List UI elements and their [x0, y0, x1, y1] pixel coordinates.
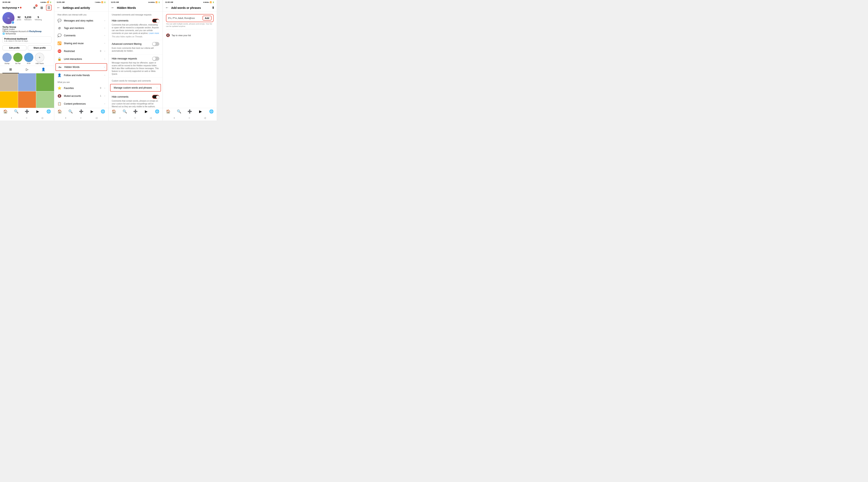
highlight-pyp[interactable]: PYP: [24, 53, 33, 64]
settings-content-prefs[interactable]: 📋 Content preferences ›: [54, 100, 108, 108]
following-stat[interactable]: 5 following: [35, 16, 42, 21]
highlight-dump[interactable]: Dump: [2, 53, 12, 64]
settings-comments[interactable]: 💭 Comments ›: [54, 32, 108, 39]
words-input-field[interactable]: [168, 17, 201, 19]
chevron-icon[interactable]: ▾: [18, 6, 19, 9]
nav-reels-4[interactable]: ▶: [195, 109, 206, 114]
mute-list-icon: 🔇: [166, 33, 170, 37]
android-circle-4[interactable]: ○: [188, 117, 190, 119]
settings-muted[interactable]: 🔇 Muted accounts 1 ›: [54, 92, 108, 100]
android-back-3[interactable]: ◁: [150, 117, 152, 119]
pro-dashboard[interactable]: Professional dashboard 1.4L views in the…: [2, 36, 52, 43]
share-icon-button[interactable]: ⬆: [212, 6, 214, 10]
advanced-filter-toggle[interactable]: [152, 42, 159, 46]
nav-add-3[interactable]: ➕: [130, 109, 141, 114]
settings-follow[interactable]: 👤 Follow and invite friends ›: [54, 71, 108, 79]
settings-tags[interactable]: @ Tags and mentions ›: [54, 25, 108, 32]
hw-hide-comments: Hide comments Comments that are potentia…: [108, 17, 162, 40]
post-6[interactable]: [36, 91, 54, 108]
post-1[interactable]: [0, 73, 18, 91]
posts-stat[interactable]: 92 posts: [17, 16, 21, 21]
highlights-row: Dump So Far PYP + Add Yours: [0, 52, 54, 66]
android-back-4[interactable]: ◁: [204, 117, 206, 119]
profile-actions: Edit profile Share profile: [0, 44, 54, 52]
nav-home-1[interactable]: 🏠: [0, 109, 11, 114]
tab-grid[interactable]: ⊞: [2, 66, 19, 73]
nav-add-2[interactable]: ➕: [76, 109, 87, 114]
menu-button[interactable]: ☰ ↑: [46, 5, 52, 10]
nav-search-1[interactable]: 🔍: [11, 109, 22, 114]
android-nav-1: ▪ ○ ◁: [0, 116, 54, 121]
profile-bio: Techy Snoop Digital creator Official Ins…: [0, 25, 54, 36]
android-back-1[interactable]: ◁: [41, 117, 43, 119]
share-profile-button[interactable]: Share profile: [28, 45, 52, 51]
settings-favorites[interactable]: ⭐ Favorites 0 ›: [54, 84, 108, 92]
android-square-3[interactable]: ▪: [120, 117, 120, 119]
tab-reels[interactable]: ▷: [19, 66, 35, 73]
android-square-2[interactable]: ▪: [65, 117, 66, 119]
highlight-sofar[interactable]: So Far: [13, 53, 23, 64]
tab-tagged[interactable]: 👤: [35, 66, 52, 73]
hw-hide-messages-row: Hide message requests: [112, 57, 159, 61]
android-circle-3[interactable]: ○: [134, 117, 135, 119]
post-2[interactable]: [18, 73, 36, 91]
nav-home-4[interactable]: 🏠: [163, 109, 174, 114]
profile-screen: 10:33 AM 8.6KB/s 📶 🔋 techysnoop ▾ ⊕ 9+ ⊞…: [0, 0, 54, 121]
bottom-nav-2: 🏠 🔍 ➕ ▶ 🌐: [54, 108, 108, 116]
manage-custom-words[interactable]: Manage custom words and phrases ›: [110, 84, 161, 92]
hide-messages-toggle[interactable]: [152, 57, 159, 61]
settings-hidden-words[interactable]: Aa Hidden Words ›: [56, 63, 107, 71]
nav-add-1[interactable]: ➕: [22, 109, 33, 114]
post-4[interactable]: [0, 91, 18, 108]
android-square-1[interactable]: ▪: [11, 117, 12, 119]
back-arrow-3[interactable]: ←: [111, 6, 115, 10]
hide-comments-toggle[interactable]: [152, 19, 159, 23]
settings-limit[interactable]: 🔒 Limit interactions ›: [54, 55, 108, 63]
hidden-words-title: Hidden Words: [117, 6, 136, 9]
settings-restricted[interactable]: ⛔ Restricted 0 ›: [54, 47, 108, 55]
back-arrow-2[interactable]: ←: [57, 6, 60, 10]
status-icons-2: 7.3KB/s 📶 🔋: [95, 1, 106, 3]
settings-messages[interactable]: 💬 Messages and story replies ›: [54, 17, 108, 25]
post-3[interactable]: [36, 73, 54, 91]
nav-profile-3[interactable]: 🌐: [152, 109, 162, 114]
add-post-button[interactable]: ⊞: [39, 5, 44, 10]
back-arrow-4[interactable]: ←: [165, 6, 169, 10]
followers-stat[interactable]: 5,233 followers: [25, 16, 32, 21]
nav-search-3[interactable]: 🔍: [119, 109, 130, 114]
nav-profile-2[interactable]: 🌐: [97, 109, 108, 114]
nav-reels-3[interactable]: ▶: [141, 109, 152, 114]
nav-search-2[interactable]: 🔍: [65, 109, 76, 114]
nav-home-3[interactable]: 🏠: [108, 109, 119, 114]
toggle-knob-1: [156, 20, 159, 23]
nav-profile-4[interactable]: 🌐: [206, 109, 217, 114]
nav-search-4[interactable]: 🔍: [174, 109, 184, 114]
nav-add-4[interactable]: ➕: [184, 109, 195, 114]
header-icons: ⊕ 9+ ⊞ ☰ ↑: [32, 5, 52, 10]
tap-list-row[interactable]: 🔇 Tap to view your list: [166, 31, 214, 39]
android-back-2[interactable]: ◁: [95, 117, 97, 119]
hamburger-icon: ☰: [48, 6, 50, 10]
hidden-words-content: Unwanted comments and message requests H…: [108, 12, 162, 108]
thread-icon-button[interactable]: ⊕ 9+: [32, 5, 37, 10]
nav-home-2[interactable]: 🏠: [54, 109, 65, 114]
hw-advanced-filter: Advanced comment filtering Even more com…: [108, 40, 162, 55]
add-button[interactable]: Add: [203, 16, 212, 21]
android-circle-2[interactable]: ○: [80, 117, 82, 119]
android-square-4[interactable]: ▪: [174, 117, 175, 119]
settings-sharing[interactable]: 🔁 Sharing and reuse ›: [54, 39, 108, 47]
add-words-header: ← Add words or phrases ⬆: [163, 4, 217, 12]
android-nav-2: ▪ ○ ◁: [54, 116, 108, 121]
edit-profile-button[interactable]: Edit profile: [2, 45, 27, 51]
stats-row: 92 posts 5,233 followers 5 following: [17, 16, 42, 21]
nav-profile-1[interactable]: 🌐: [43, 109, 54, 114]
android-circle-1[interactable]: ○: [26, 117, 27, 119]
post-5[interactable]: [18, 91, 36, 108]
nav-reels-1[interactable]: ▶: [32, 109, 43, 114]
avatar-add-button[interactable]: +: [11, 21, 14, 24]
nav-reels-2[interactable]: ▶: [87, 109, 97, 114]
hashtag-link[interactable]: #TechySnoop: [29, 30, 41, 33]
learn-more-link-1[interactable]: Learn more: [149, 32, 159, 34]
hide-comments-custom-toggle[interactable]: [152, 95, 159, 99]
highlight-add-yours[interactable]: + Add Yours: [35, 53, 44, 64]
